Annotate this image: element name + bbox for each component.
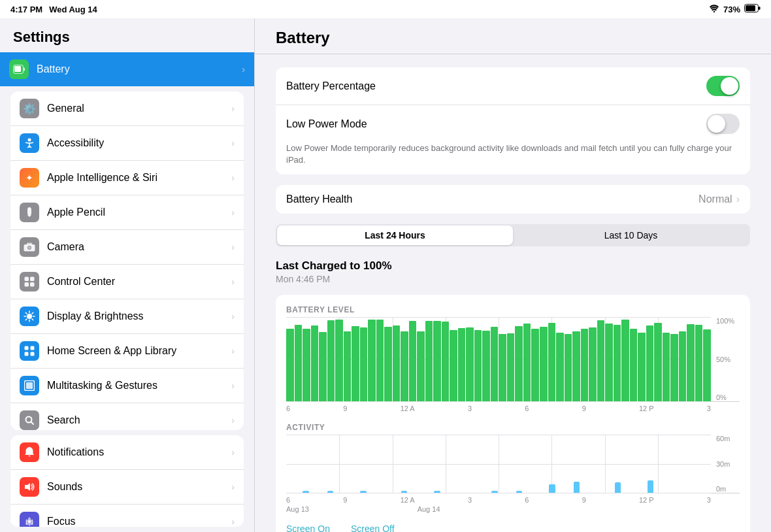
activity-bar xyxy=(574,482,580,493)
battery-health-row[interactable]: Battery Health Normal › xyxy=(276,185,750,214)
svg-rect-3 xyxy=(759,7,761,10)
svg-rect-36 xyxy=(26,382,33,389)
segment-btn-24h[interactable]: Last 24 Hours xyxy=(277,225,513,245)
sidebar-item-display-brightness[interactable]: Display & Brightness › xyxy=(10,299,244,334)
battery-bar xyxy=(548,323,556,401)
activity-bars xyxy=(286,435,711,493)
sidebar-item-focus[interactable]: Focus › xyxy=(10,505,244,527)
camera-label: Camera xyxy=(47,241,84,253)
x-label-3: 3 xyxy=(468,405,472,412)
act-y-60: 60m xyxy=(716,435,740,442)
chevron-icon: › xyxy=(231,415,235,425)
search-label: Search xyxy=(47,414,80,426)
battery-bar xyxy=(638,333,646,401)
act-x-3: 3 xyxy=(468,496,472,504)
chevron-icon: › xyxy=(231,276,235,287)
sidebar-item-notifications[interactable]: Notifications › xyxy=(10,435,244,470)
chevron-icon: › xyxy=(231,242,235,252)
activity-y-labels: 60m 30m 0m xyxy=(714,435,740,493)
camera-icon xyxy=(20,237,39,257)
sidebar-item-multitasking[interactable]: Multitasking & Gestures › xyxy=(10,369,244,403)
segment-btn-10d[interactable]: Last 10 Days xyxy=(513,225,749,245)
sidebar-item-general[interactable]: ⚙️ General › xyxy=(10,91,244,126)
battery-settings-card: Battery Percentage Low Power Mode Low Po… xyxy=(276,67,750,175)
battery-percentage-label: Battery Percentage xyxy=(286,80,706,92)
chevron-icon: › xyxy=(231,516,235,527)
battery-bar xyxy=(409,321,417,401)
battery-bar xyxy=(605,324,613,402)
chevron-icon: › xyxy=(231,207,235,218)
sidebar-item-sounds[interactable]: Sounds › xyxy=(10,470,244,505)
battery-bar xyxy=(295,325,303,401)
chevron-icon: › xyxy=(231,311,235,322)
act-x-0: 6 xyxy=(286,496,290,504)
battery-x-labels: 6 9 12 A 3 6 9 12 P 3 xyxy=(286,405,740,412)
battery-label: Battery xyxy=(37,63,70,75)
battery-bar xyxy=(303,329,310,401)
sidebar-section-bottom: Notifications › Sounds › xyxy=(10,435,244,527)
screen-off-stat: Screen Off 1h 50m xyxy=(351,524,399,532)
sidebar-item-search[interactable]: Search › xyxy=(10,403,244,430)
sidebar-item-control-center[interactable]: Control Center › xyxy=(10,265,244,299)
activity-bar xyxy=(516,491,523,493)
activity-x-labels: 6 9 12 A 3 6 9 12 P 3 xyxy=(286,496,740,504)
battery-bar xyxy=(589,327,597,401)
svg-line-30 xyxy=(25,319,27,320)
battery-bar xyxy=(614,325,621,401)
x-label-2: 12 A xyxy=(401,405,415,412)
home-screen-icon xyxy=(20,341,39,361)
low-power-mode-toggle[interactable] xyxy=(706,114,740,134)
segment-control[interactable]: Last 24 Hours Last 10 Days xyxy=(276,224,750,246)
grid-0 xyxy=(286,401,711,402)
y-label-50: 50% xyxy=(716,356,740,363)
sidebar-item-apple-pencil[interactable]: Apple Pencil › xyxy=(10,195,244,230)
apple-pencil-label: Apple Pencil xyxy=(47,207,105,218)
battery-bar xyxy=(499,334,506,401)
low-power-mode-label: Low Power Mode xyxy=(286,118,706,130)
svg-point-7 xyxy=(28,139,31,142)
x-label-6: 12 P xyxy=(639,405,654,412)
sidebar-section-main: ⚙️ General › Accessibility › xyxy=(10,91,244,430)
svg-point-17 xyxy=(28,246,31,249)
battery-bar xyxy=(482,331,490,402)
sidebar-item-home-screen[interactable]: Home Screen & App Library › xyxy=(10,334,244,369)
act-sub-0: Aug 13 xyxy=(286,505,309,513)
screen-on-label: Screen On xyxy=(286,524,330,532)
status-bar: 4:17 PM Wed Aug 14 73% xyxy=(0,0,771,18)
battery-icon-status xyxy=(744,4,761,14)
svg-point-40 xyxy=(28,520,31,523)
chevron-icon: › xyxy=(231,138,235,148)
act-x-5: 9 xyxy=(582,496,586,504)
x-label-0: 6 xyxy=(286,405,290,412)
svg-rect-33 xyxy=(25,352,29,356)
battery-bar xyxy=(286,329,294,401)
act-y-0: 0m xyxy=(716,485,740,493)
battery-bar xyxy=(703,329,711,401)
y-label-0: 0% xyxy=(716,393,740,401)
low-power-desc: Low Power Mode temporarily reduces backg… xyxy=(276,142,750,175)
battery-percentage-toggle[interactable] xyxy=(706,76,740,96)
apple-intelligence-icon: ✦ xyxy=(20,168,39,188)
battery-bar xyxy=(458,328,466,402)
svg-point-0 xyxy=(714,10,715,12)
status-time: 4:17 PM xyxy=(10,5,42,14)
search-icon xyxy=(20,410,39,430)
battery-bar xyxy=(523,324,531,401)
sidebar-item-camera[interactable]: Camera › xyxy=(10,230,244,265)
act-sub-2: Aug 14 xyxy=(418,505,440,513)
sidebar-item-battery[interactable]: Battery › xyxy=(0,52,254,86)
battery-bar xyxy=(687,324,695,402)
main-layout: Settings Battery › ⚙️ General › xyxy=(0,18,771,532)
act-x-2: 12 A xyxy=(401,496,415,504)
sidebar-item-apple-intelligence[interactable]: ✦ Apple Intelligence & Siri › xyxy=(10,161,244,195)
battery-bar xyxy=(531,329,539,401)
battery-health-card: Battery Health Normal › xyxy=(276,185,750,214)
last-charged-title: Last Charged to 100% xyxy=(276,259,750,273)
x-label-5: 9 xyxy=(582,405,586,412)
svg-line-38 xyxy=(31,422,34,425)
svg-line-27 xyxy=(25,312,27,314)
battery-bar xyxy=(654,323,662,402)
sidebar-item-accessibility[interactable]: Accessibility › xyxy=(10,126,244,161)
battery-bar xyxy=(450,330,457,401)
battery-level-label: BATTERY LEVEL xyxy=(286,305,740,314)
